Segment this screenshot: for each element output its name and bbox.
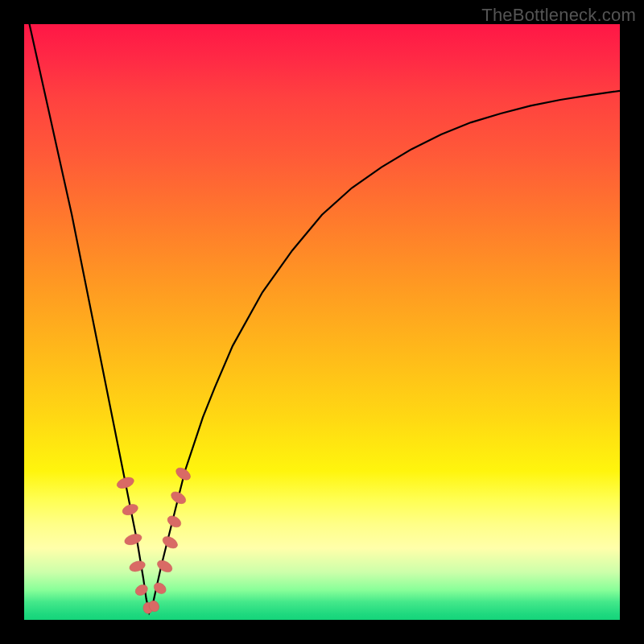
marker-point bbox=[161, 535, 180, 551]
marker-point bbox=[115, 475, 135, 490]
marker-point bbox=[121, 502, 139, 517]
marker-point bbox=[123, 532, 143, 547]
chart-frame: TheBottleneck.com bbox=[0, 0, 644, 644]
plot-area bbox=[24, 24, 620, 620]
watermark-text: TheBottleneck.com bbox=[481, 5, 636, 26]
marker-point bbox=[134, 583, 150, 597]
marker-point bbox=[169, 489, 188, 506]
bottleneck-curve bbox=[24, 0, 620, 613]
chart-svg bbox=[24, 24, 620, 620]
marker-point bbox=[128, 559, 147, 574]
marker-point bbox=[155, 558, 174, 574]
